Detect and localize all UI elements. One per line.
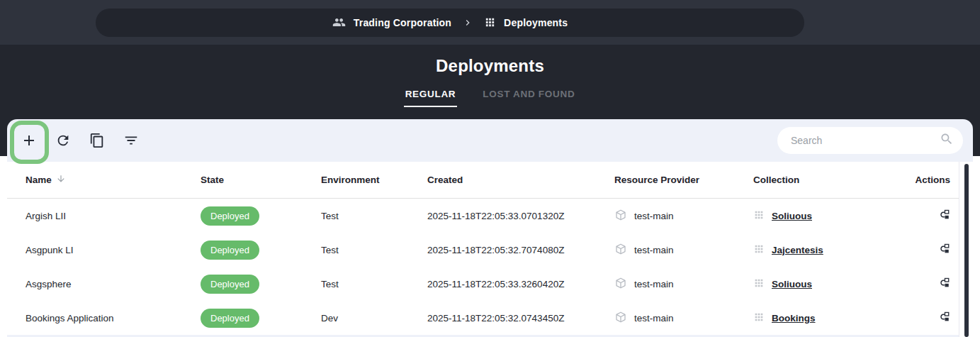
apps-grid-icon bbox=[484, 16, 496, 28]
created-cell: 2025-11-18T22:05:33.0701320Z bbox=[427, 211, 614, 221]
created-cell: 2025-11-18T22:05:32.0743450Z bbox=[427, 313, 614, 324]
toolbar bbox=[7, 119, 973, 162]
created-cell: 2025-11-18T22:05:33.3260420Z bbox=[427, 279, 614, 289]
deployment-name: Asgpunk LI bbox=[26, 245, 201, 255]
deployment-tree-action-button[interactable] bbox=[938, 209, 950, 223]
resource-provider-name: test-main bbox=[634, 211, 674, 221]
environment-cell: Test bbox=[321, 279, 427, 289]
plus-icon bbox=[21, 132, 38, 149]
table-row[interactable]: Asgsphere Deployed Test 2025-11-18T22:05… bbox=[7, 267, 973, 301]
scrollbar-thumb[interactable] bbox=[964, 164, 969, 337]
column-header-collection[interactable]: Collection bbox=[753, 175, 908, 185]
actions-cell bbox=[908, 243, 950, 257]
collection-link[interactable]: Jajcentesis bbox=[772, 245, 823, 255]
resource-provider-icon bbox=[614, 209, 627, 223]
column-header-state[interactable]: State bbox=[201, 175, 321, 185]
copy-icon bbox=[89, 133, 105, 148]
filter-button[interactable] bbox=[117, 126, 145, 155]
tab-lost-and-found[interactable]: LOST AND FOUND bbox=[481, 89, 576, 107]
status-badge: Deployed bbox=[201, 206, 259, 226]
deployments-table: Name State Environment Created Resource … bbox=[7, 162, 973, 335]
collection-cell: Soliuous bbox=[753, 277, 908, 291]
actions-cell bbox=[908, 277, 950, 291]
add-button[interactable] bbox=[15, 126, 43, 155]
breadcrumb-org[interactable]: Trading Corporation bbox=[354, 17, 451, 28]
deployment-tree-action-button[interactable] bbox=[938, 277, 950, 291]
column-header-actions: Actions bbox=[908, 175, 950, 185]
collection-link[interactable]: Soliuous bbox=[772, 211, 812, 221]
environment-cell: Test bbox=[321, 245, 427, 255]
collection-grid-icon bbox=[753, 243, 765, 257]
actions-cell bbox=[908, 209, 950, 223]
chevron-right-icon bbox=[462, 17, 473, 28]
status-badge: Deployed bbox=[201, 309, 259, 328]
tab-bar: REGULAR LOST AND FOUND bbox=[0, 89, 980, 107]
deployment-tree-action-button[interactable] bbox=[938, 311, 950, 325]
collection-grid-icon bbox=[753, 209, 765, 223]
created-cell: 2025-11-18T22:05:32.7074080Z bbox=[427, 245, 614, 255]
column-header-name[interactable]: Name bbox=[26, 174, 201, 186]
deployment-name: Bookings Application bbox=[26, 313, 201, 324]
resource-provider-cell: test-main bbox=[614, 209, 753, 223]
table-body: Argish LII Deployed Test 2025-11-18T22:0… bbox=[7, 199, 973, 335]
status-badge: Deployed bbox=[201, 241, 259, 260]
collection-link[interactable]: Bookings bbox=[772, 313, 816, 324]
schema-icon bbox=[938, 277, 950, 291]
collection-link[interactable]: Soliuous bbox=[772, 279, 812, 289]
table-row[interactable]: Argish LII Deployed Test 2025-11-18T22:0… bbox=[7, 199, 973, 233]
copy-button[interactable] bbox=[83, 126, 111, 155]
resource-provider-cell: test-main bbox=[614, 311, 753, 326]
page-title: Deployments bbox=[0, 45, 980, 77]
table-header-row: Name State Environment Created Resource … bbox=[7, 162, 973, 199]
vertical-scrollbar bbox=[959, 162, 973, 337]
breadcrumb-page[interactable]: Deployments bbox=[504, 17, 568, 28]
resource-provider-cell: test-main bbox=[614, 277, 753, 292]
resource-provider-icon bbox=[614, 311, 627, 326]
resource-provider-icon bbox=[614, 243, 627, 258]
actions-cell bbox=[908, 311, 950, 325]
resource-provider-name: test-main bbox=[634, 279, 674, 289]
column-header-resource-provider[interactable]: Resource Provider bbox=[614, 175, 753, 185]
state-cell: Deployed bbox=[201, 241, 321, 260]
breadcrumb: Trading Corporation Deployments bbox=[96, 9, 804, 37]
collection-grid-icon bbox=[753, 277, 765, 291]
table-row[interactable]: Asgpunk LI Deployed Test 2025-11-18T22:0… bbox=[7, 233, 973, 267]
filter-icon bbox=[123, 133, 139, 148]
resource-provider-icon bbox=[614, 277, 627, 292]
people-icon bbox=[332, 16, 346, 29]
collection-grid-icon bbox=[753, 311, 765, 325]
search-input[interactable] bbox=[789, 134, 940, 147]
top-bar: Trading Corporation Deployments bbox=[0, 0, 980, 45]
environment-cell: Dev bbox=[321, 313, 427, 324]
deployment-name: Argish LII bbox=[26, 211, 201, 221]
collection-cell: Jajcentesis bbox=[753, 243, 908, 257]
collection-cell: Bookings bbox=[753, 311, 908, 325]
column-header-created[interactable]: Created bbox=[427, 175, 614, 185]
deployment-tree-action-button[interactable] bbox=[938, 243, 950, 257]
refresh-icon bbox=[55, 133, 71, 148]
tab-regular[interactable]: REGULAR bbox=[404, 89, 458, 107]
collection-cell: Soliuous bbox=[753, 209, 908, 223]
table-row[interactable]: Bookings Application Deployed Dev 2025-1… bbox=[7, 301, 973, 335]
sort-arrow-down-icon bbox=[56, 174, 66, 186]
resource-provider-name: test-main bbox=[634, 245, 674, 255]
state-cell: Deployed bbox=[201, 275, 321, 294]
deployment-name: Asgsphere bbox=[26, 279, 201, 289]
resource-provider-cell: test-main bbox=[614, 243, 753, 258]
schema-icon bbox=[938, 209, 950, 223]
environment-cell: Test bbox=[321, 211, 427, 221]
schema-icon bbox=[938, 243, 950, 257]
column-header-environment[interactable]: Environment bbox=[321, 175, 427, 185]
status-badge: Deployed bbox=[201, 275, 259, 294]
deployments-panel: Name State Environment Created Resource … bbox=[7, 119, 973, 337]
refresh-button[interactable] bbox=[49, 126, 77, 155]
schema-icon bbox=[938, 311, 950, 325]
search-icon bbox=[940, 132, 954, 149]
state-cell: Deployed bbox=[201, 206, 321, 226]
resource-provider-name: test-main bbox=[634, 313, 674, 324]
state-cell: Deployed bbox=[201, 309, 321, 328]
search-box bbox=[777, 127, 963, 154]
